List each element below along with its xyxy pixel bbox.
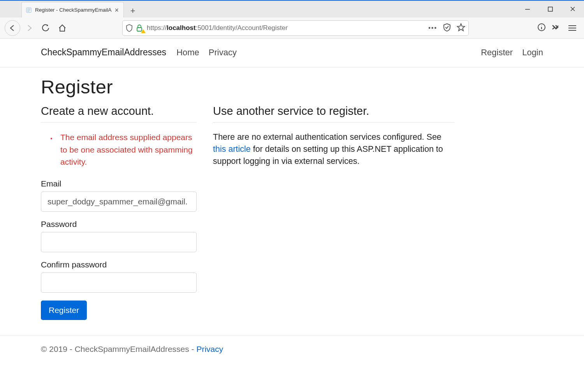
lock-warning-icon[interactable] — [136, 24, 144, 32]
toolbar-right — [537, 21, 579, 35]
auth-links: Register Login — [481, 47, 543, 58]
window-maximize-button[interactable] — [539, 0, 561, 18]
tab-strip: Register - CheckSpammyEmailA × + — [0, 0, 584, 18]
tab-close-icon[interactable]: × — [115, 7, 119, 14]
hamburger-icon — [568, 25, 576, 31]
create-account-heading: Create a new account. — [41, 105, 197, 123]
tab-favicon-icon — [26, 7, 32, 13]
back-button[interactable] — [5, 20, 20, 36]
password-input[interactable] — [41, 232, 197, 252]
url-scheme: https:// — [147, 24, 167, 32]
external-heading: Use another service to register. — [213, 105, 454, 123]
page-title: Register — [41, 76, 543, 98]
brand[interactable]: CheckSpammyEmailAddresses — [41, 47, 166, 58]
bookmark-star-icon[interactable] — [457, 23, 465, 33]
footer-privacy-link[interactable]: Privacy — [196, 345, 223, 353]
password-label: Password — [41, 220, 197, 229]
reader-shield-icon[interactable] — [443, 23, 451, 33]
register-button[interactable]: Register — [41, 301, 87, 320]
external-text: There are no external authentication ser… — [213, 131, 454, 168]
window-controls — [516, 0, 584, 18]
site-footer: © 2019 - CheckSpammyEmailAddresses - Pri… — [0, 336, 584, 362]
external-text-before: There are no external authentication ser… — [213, 132, 442, 142]
svg-marker-9 — [457, 24, 465, 31]
nav-privacy[interactable]: Privacy — [209, 47, 237, 58]
nav-links: Home Privacy — [176, 47, 237, 58]
register-form-column: Create a new account. The email address … — [41, 105, 197, 320]
tab-title: Register - CheckSpammyEmailA — [35, 7, 112, 13]
confirm-password-label: Confirm password — [41, 260, 197, 269]
overflow-icon[interactable] — [551, 23, 560, 33]
window-close-button[interactable] — [561, 0, 584, 18]
footer-text: © 2019 - CheckSpammyEmailAddresses - — [41, 345, 196, 353]
address-bar-wrap: https://localhost:5001/Identity/Account/… — [122, 20, 469, 36]
address-bar[interactable]: https://localhost:5001/Identity/Account/… — [122, 20, 469, 36]
browser-toolbar: https://localhost:5001/Identity/Account/… — [0, 18, 584, 39]
forward-button[interactable] — [23, 21, 37, 35]
new-tab-button[interactable]: + — [126, 4, 139, 18]
menu-button[interactable] — [565, 21, 579, 35]
browser-tab[interactable]: Register - CheckSpammyEmailA × — [21, 2, 124, 18]
page-actions-icon[interactable]: ••• — [428, 25, 437, 32]
confirm-password-input[interactable] — [41, 272, 197, 293]
email-label: Email — [41, 179, 197, 188]
info-icon[interactable] — [537, 23, 546, 33]
reload-button[interactable] — [39, 21, 53, 35]
validation-summary: The email address supplied appears to be… — [41, 131, 197, 168]
home-button[interactable] — [55, 21, 69, 35]
external-article-link[interactable]: this article — [213, 144, 251, 154]
main-container: Register Create a new account. The email… — [41, 67, 543, 327]
browser-chrome: Register - CheckSpammyEmailA × + — [0, 0, 584, 39]
page: CheckSpammyEmailAddresses Home Privacy R… — [0, 39, 584, 362]
url-host: localhost — [167, 24, 196, 32]
nav-home[interactable]: Home — [176, 47, 199, 58]
site-header: CheckSpammyEmailAddresses Home Privacy R… — [0, 39, 584, 67]
nav-register[interactable]: Register — [481, 47, 513, 58]
url-text: https://localhost:5001/Identity/Account/… — [147, 24, 425, 32]
window-minimize-button[interactable] — [516, 0, 539, 18]
external-login-column: Use another service to register. There a… — [213, 105, 454, 320]
svg-rect-5 — [548, 7, 552, 11]
tracking-shield-icon[interactable] — [126, 24, 133, 32]
nav-login[interactable]: Login — [522, 47, 543, 58]
email-input[interactable] — [41, 192, 197, 212]
validation-error: The email address supplied appears to be… — [56, 131, 197, 168]
url-path: :5001/Identity/Account/Register — [196, 24, 288, 32]
